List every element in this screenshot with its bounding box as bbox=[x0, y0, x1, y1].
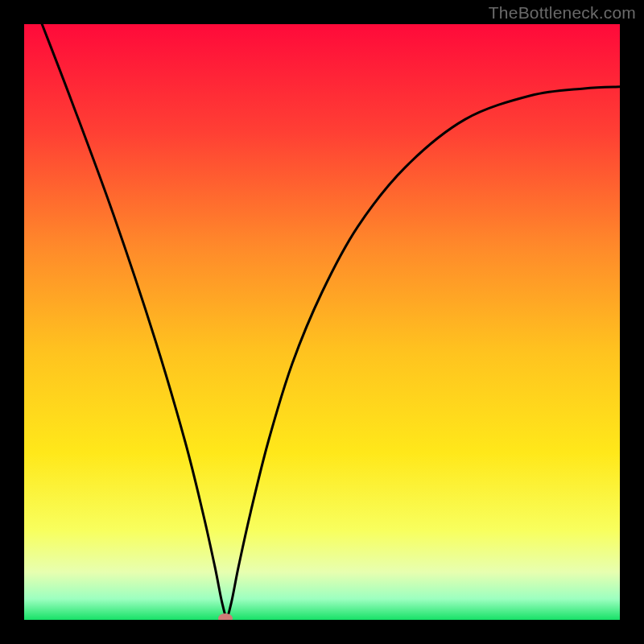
chart-frame: TheBottleneck.com bbox=[0, 0, 644, 644]
optimal-point-marker bbox=[218, 613, 233, 620]
curve-layer bbox=[24, 24, 620, 620]
bottleneck-curve bbox=[42, 24, 620, 617]
watermark-text: TheBottleneck.com bbox=[489, 3, 636, 23]
plot-area bbox=[24, 24, 620, 620]
